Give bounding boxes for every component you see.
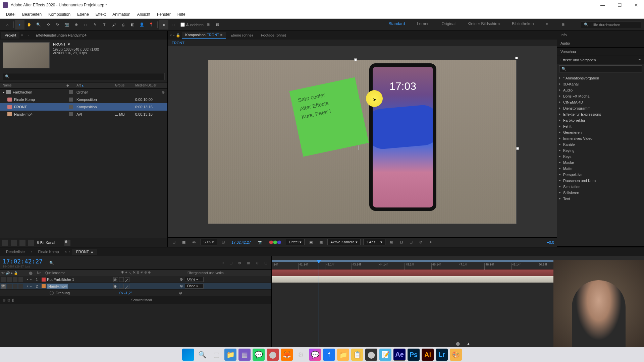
selection-handle[interactable] [354, 58, 357, 61]
region-toggle[interactable]: ▣ [307, 239, 315, 245]
shy-switch[interactable]: ⊕ [113, 277, 118, 282]
safe-zones[interactable]: ⊡ [220, 239, 227, 245]
pen-tool[interactable]: ✎ [90, 20, 100, 29]
text-tool[interactable]: T [100, 20, 109, 29]
app-icon-1[interactable]: ▦ [238, 349, 251, 361]
after-effects-icon[interactable]: Ae [393, 349, 406, 361]
graph-editor-toggle[interactable]: ⊞ [245, 260, 251, 266]
task-view-icon[interactable]: ▢ [210, 349, 222, 361]
effect-category[interactable]: Fehlt [557, 123, 644, 129]
preview-panel-tab[interactable]: Vorschau [557, 48, 644, 56]
grid-toggle[interactable]: ⊞ [170, 239, 177, 245]
snap-tool[interactable]: ⊞ [204, 20, 213, 29]
firefox-icon[interactable]: 🦊 [281, 349, 293, 361]
project-search[interactable]: 🔍 [3, 73, 165, 80]
new-folder-button[interactable] [11, 240, 17, 246]
explorer-icon[interactable]: 📁 [224, 349, 236, 361]
quality-switch[interactable]: ／ [125, 277, 129, 282]
exposure-reset[interactable]: ☀ [427, 239, 434, 245]
comp-breadcrumb[interactable]: FRONT [168, 40, 557, 46]
search-taskbar-icon[interactable]: 🔍 [196, 349, 208, 361]
orbit-tool[interactable]: ⟲ [43, 20, 53, 29]
maximize-button[interactable]: ☐ [614, 2, 625, 8]
home-tool[interactable]: ⌂ [3, 20, 12, 29]
audio-toggle[interactable] [7, 284, 12, 289]
menu-effekt[interactable]: Effekt [92, 11, 109, 18]
exposure-value[interactable]: +0,0 [547, 240, 554, 244]
solo-toggle[interactable] [13, 277, 17, 282]
effect-category[interactable]: Keys [557, 154, 644, 160]
photoshop-icon[interactable]: Ps [408, 349, 420, 361]
audio-panel-tab[interactable]: Audio [557, 39, 644, 47]
folder-icon-tb[interactable]: 📁 [337, 349, 349, 361]
lock-toggle[interactable] [18, 277, 23, 282]
toggle-switches-icon[interactable]: ⊞ [3, 298, 5, 302]
app-icon-3[interactable]: ⚙ [295, 349, 307, 361]
start-button[interactable] [182, 349, 194, 361]
workspace-original[interactable]: Original [440, 20, 458, 29]
anchor-point-icon[interactable] [356, 145, 361, 150]
layer-color-tag[interactable] [42, 278, 46, 282]
snap-tool-2[interactable]: ⊡ [213, 20, 222, 29]
selection-handle[interactable] [516, 147, 519, 150]
camera-dropdown[interactable]: Aktive Kamera ▾ [327, 239, 361, 245]
toggle-modes-icon[interactable]: ⊡ [7, 298, 10, 302]
effect-category[interactable]: Dienstprogramm [557, 105, 644, 111]
expression-pickwhip-icon[interactable]: ⊚ [179, 291, 182, 295]
bit-depth[interactable]: 8-Bit-Kanal [37, 241, 55, 245]
timeline-layer-1[interactable]: ▸ ▫ 1 Rot Farbfläche 1 ⊕ ／ ⊚ Ohne ▾ [0, 276, 271, 283]
layer-color-tag[interactable] [42, 284, 46, 288]
interpret-button[interactable] [2, 240, 8, 246]
stroke-color[interactable]: □ [168, 20, 178, 29]
effect-category[interactable]: Rauschen und Korn [557, 178, 644, 184]
quality-switch[interactable]: ／ [125, 284, 129, 289]
notepad-icon[interactable]: 📝 [379, 349, 391, 361]
minimize-button[interactable]: — [598, 2, 608, 8]
col-type[interactable]: Art ▴ [76, 83, 115, 87]
close-icon[interactable]: × [65, 250, 67, 254]
windows-taskbar[interactable]: 🔍 ▢ 📁 ▦ 💬 ⬤ 🦊 ⚙ 💬 f 📁 📋 ⬤ 📝 Ae Ps Ai Lr … [0, 347, 644, 362]
brush-tool[interactable]: 🖌 [109, 20, 118, 29]
new-comp-button[interactable] [19, 240, 25, 246]
layer-viewer-tab[interactable]: Ebene (ohne) [227, 32, 256, 38]
delete-button[interactable]: 🗑 [64, 240, 70, 246]
workspace-bibliotheken[interactable]: Bibliotheken [510, 20, 536, 29]
visibility-toggle[interactable]: 👁 [1, 284, 6, 289]
col-dur[interactable]: Medien-Dauer [135, 83, 165, 87]
effect-category[interactable]: Stilisieren [557, 190, 644, 196]
zoom-in-icon[interactable]: ▲ [467, 342, 470, 346]
rotation-value[interactable]: 0x -1,2° [119, 291, 132, 295]
effect-category[interactable]: * Animationsvorgaben [557, 75, 644, 81]
timeline-timecode[interactable]: 17:02:42:27 [3, 258, 43, 265]
effect-category[interactable]: Perspektive [557, 172, 644, 178]
col-size[interactable]: Größe [115, 83, 135, 87]
draft-toggle[interactable]: ⊡ [263, 260, 269, 266]
selection-handle[interactable] [515, 57, 518, 59]
project-item-front[interactable]: FRONT Komposition 0:00:13:16 [0, 103, 167, 111]
shy-switch[interactable]: ⊕ [113, 284, 118, 289]
puppet-tool[interactable]: 📍 [147, 20, 156, 29]
menu-fenster[interactable]: Fenster [154, 11, 174, 18]
effect-category[interactable]: 3D-Kanal [557, 81, 644, 87]
stopwatch-icon[interactable] [50, 291, 54, 295]
pixel-aspect[interactable]: ⊞ [388, 239, 395, 245]
anchor-tool[interactable]: ⊕ [71, 20, 81, 29]
effect-category[interactable]: Immersives Video [557, 135, 644, 141]
workspace-kleiner[interactable]: Kleiner Bildschirm [466, 20, 502, 29]
timeline-property-rotation[interactable]: Drehung 0x -1,2° ⊚ [0, 290, 271, 296]
menu-hilfe[interactable]: Hilfe [174, 11, 189, 18]
zoom-tool[interactable]: 🔍 [34, 20, 43, 29]
views-dropdown[interactable]: 1 Ansi... ▾ [363, 239, 385, 245]
lightroom-icon[interactable]: Lr [436, 349, 448, 361]
solo-toggle[interactable] [13, 284, 17, 289]
effect-controls-tab[interactable]: Effekteinstellungen Handy.mp4 [33, 32, 90, 39]
composition-viewer[interactable]: Sehr cooler After Effects Kurs, Peter ! … [168, 46, 557, 237]
timeline-search[interactable]: 🔍 [49, 261, 54, 265]
workspace-panel-icon[interactable]: ⊞ [558, 20, 568, 29]
project-item-video[interactable]: Handy.mp4 AVI ... MB 0:00:13:16 [0, 111, 167, 118]
color-channel[interactable]: ⬤⬤⬤ [267, 239, 283, 245]
collapse-switch[interactable] [119, 284, 124, 289]
hand-tool[interactable]: ✋ [24, 20, 34, 29]
menu-datei[interactable]: Datei [3, 11, 19, 18]
timeline-tab-front[interactable]: FRONT ≡ [72, 249, 97, 255]
